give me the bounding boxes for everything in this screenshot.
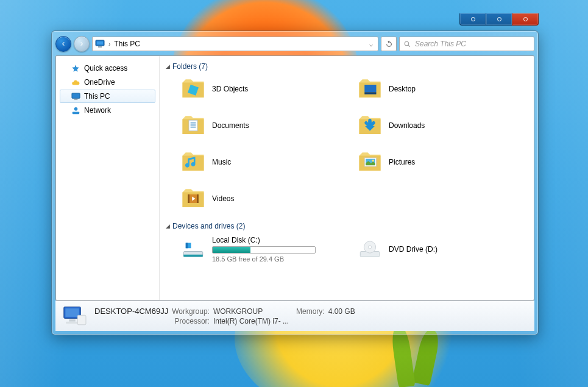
address-history-dropdown[interactable]: ⌵ [366,41,377,48]
folder-pictures[interactable]: Pictures [357,147,528,177]
svg-rect-8 [72,112,79,114]
svg-line-4 [408,45,410,47]
forward-arrow-icon [78,40,85,48]
search-icon [403,40,411,48]
svg-rect-34 [77,315,86,325]
explorer-window: › This PC ⌵ Quick access [51,30,539,335]
minimize-icon [471,17,475,21]
svg-rect-26 [186,243,188,249]
drive-label: Local Disk (C:) [212,236,316,244]
svg-rect-24 [183,255,203,257]
drive-local-disk-c[interactable]: Local Disk (C:) 18.5 GB free of 29.4 GB [180,234,351,265]
svg-rect-6 [74,99,77,100]
folder-label: 3D Objects [212,85,248,93]
svg-rect-5 [71,93,79,98]
folder-3d-objects[interactable]: 3D Objects [180,74,351,104]
svg-rect-21 [197,194,199,203]
folders-grid: 3D Objects Desktop Documents [166,74,528,213]
svg-rect-1 [97,41,103,44]
section-label: Folders (7) [172,62,208,71]
drive-free-space: 18.5 GB free of 29.4 GB [212,255,316,263]
breadcrumb-this-pc[interactable]: This PC [114,40,140,48]
section-header-drives[interactable]: ◢ Devices and drives (2) [166,222,528,230]
details-pane: DESKTOP-4CM69JJ Workgroup: WORKGROUP Mem… [55,300,534,331]
drive-label: DVD Drive (D:) [389,245,437,254]
content-pane: ◢ Folders (7) 3D Objects Desktop [160,56,534,300]
folder-downloads[interactable]: Downloads [357,111,528,140]
close-button[interactable] [512,13,539,26]
close-icon [523,17,528,21]
section-label: Devices and drives (2) [172,222,245,230]
sidebar-item-quick-access[interactable]: Quick access [60,62,155,75]
sidebar-item-this-pc[interactable]: This PC [60,90,155,103]
address-bar[interactable]: › This PC ⌵ [92,37,378,51]
network-icon [71,105,80,115]
processor-value: Intel(R) Core(TM) i7- ... [213,317,289,325]
svg-point-3 [405,41,409,46]
dvd-drive-icon [357,236,383,262]
sidebar-item-label: This PC [84,92,110,101]
folder-icon [357,113,383,138]
window-controls [460,13,539,26]
maximize-button[interactable] [486,13,512,26]
computer-icon [62,305,87,328]
folder-icon [180,186,206,211]
breadcrumb-separator: › [108,41,110,48]
folder-label: Videos [212,194,234,203]
workgroup-key: Workgroup: [172,307,210,316]
drive-dvd-d[interactable]: DVD Drive (D:) [357,234,528,265]
drive-info: DVD Drive (D:) [389,245,437,254]
processor-key: Processor: [172,317,210,325]
forward-button[interactable] [74,36,90,52]
svg-rect-2 [98,46,102,48]
folder-label: Documents [212,121,249,130]
section-header-folders[interactable]: ◢ Folders (7) [166,62,528,71]
back-button[interactable] [55,36,71,52]
navigation-pane: Quick access OneDrive This PC Network [56,56,160,300]
cloud-icon [71,77,80,87]
svg-rect-33 [66,321,79,323]
folder-desktop[interactable]: Desktop [357,74,528,104]
svg-rect-31 [65,308,79,317]
explorer-body: Quick access OneDrive This PC Network [55,55,534,300]
sidebar-item-label: Quick access [84,64,127,73]
refresh-button[interactable] [381,37,397,51]
drive-capacity-bar [212,246,316,254]
search-input[interactable] [415,40,530,48]
folder-videos[interactable]: Videos [180,184,351,213]
sidebar-item-label: Network [84,106,111,115]
collapse-icon: ◢ [166,223,170,229]
memory-value: 4.00 GB [328,307,355,316]
svg-point-18 [372,160,375,162]
sidebar-item-label: OneDrive [84,78,115,87]
svg-rect-10 [364,85,376,92]
search-box[interactable] [399,37,534,51]
svg-rect-11 [364,92,376,94]
folder-label: Downloads [389,121,425,130]
folder-icon [357,76,383,102]
sidebar-item-network[interactable]: Network [60,104,155,117]
star-icon [71,63,80,73]
folder-documents[interactable]: Documents [180,111,351,140]
collapse-icon: ◢ [166,63,170,69]
folder-label: Pictures [389,158,415,166]
memory-key: Memory: [296,307,325,316]
drive-info: Local Disk (C:) 18.5 GB free of 29.4 GB [212,236,316,263]
drives-grid: Local Disk (C:) 18.5 GB free of 29.4 GB … [166,234,528,265]
folder-icon [180,76,206,102]
minimize-button[interactable] [459,13,486,26]
back-arrow-icon [60,40,67,48]
folder-label: Music [212,158,231,166]
folder-icon [180,113,206,138]
folder-music[interactable]: Music [180,147,351,177]
monitor-icon [71,91,80,101]
sidebar-item-onedrive[interactable]: OneDrive [60,76,155,89]
folder-icon [357,149,383,175]
svg-point-7 [74,107,77,110]
maximize-icon [497,17,501,21]
this-pc-icon [95,39,105,49]
folder-icon [180,149,206,175]
navigation-row: › This PC ⌵ [55,35,534,53]
svg-rect-32 [69,319,75,321]
workgroup-value: WORKGROUP [213,307,289,316]
